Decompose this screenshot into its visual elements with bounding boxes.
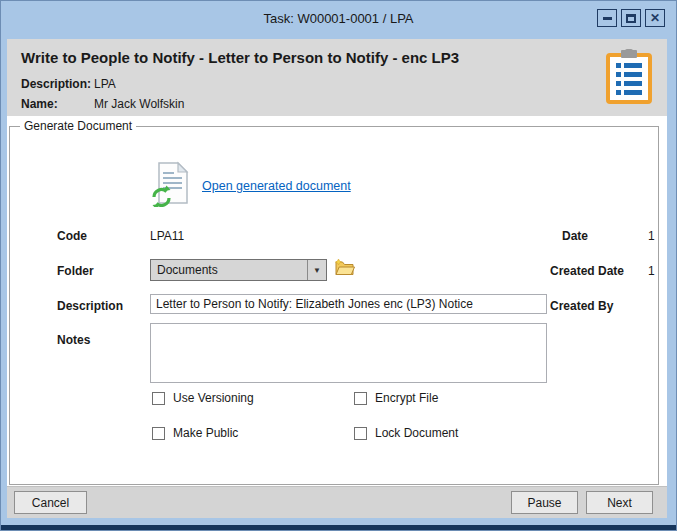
checkbox-icon [354,427,367,440]
lock-document-checkbox[interactable]: Lock Document [354,426,458,440]
maximize-button[interactable] [621,9,641,27]
main-area: Generate Document [7,116,667,486]
name-label: Name: [21,97,94,111]
date-value: 1 [648,229,655,243]
cancel-button[interactable]: Cancel [14,491,87,514]
folder-label: Folder [57,264,94,278]
groupbox-legend: Generate Document [20,119,136,133]
make-public-label: Make Public [173,426,238,440]
browse-folder-button[interactable] [333,259,355,279]
document-refresh-icon [150,161,190,211]
name-value: Mr Jack Wolfskin [94,97,184,111]
task-title: Write to People to Notify - Letter to Pe… [21,49,459,66]
task-dialog-window: Task: W00001-0001 / LPA ✕ Write to Peopl… [0,0,677,531]
make-public-checkbox[interactable]: Make Public [152,426,238,440]
task-header: Write to People to Notify - Letter to Pe… [7,39,667,116]
code-value: LPA11 [150,229,184,243]
window-bottom-edge [1,525,676,530]
close-icon: ✕ [650,12,660,24]
encrypt-file-label: Encrypt File [375,391,438,405]
date-label: Date [562,229,588,243]
code-label: Code [57,229,87,243]
dialog-footer: Cancel Pause Next [7,486,667,518]
lock-document-label: Lock Document [375,426,458,440]
open-generated-document-link[interactable]: Open generated document [202,179,351,193]
description-input[interactable] [150,294,547,314]
description-label: Description: [21,77,94,91]
task-description-row: Description:LPA [21,77,116,91]
created-date-value: 1 [648,264,655,278]
window-controls: ✕ [597,9,665,27]
checkbox-icon [152,392,165,405]
close-button[interactable]: ✕ [645,9,665,27]
notes-label: Notes [57,333,90,347]
maximize-icon [626,14,636,23]
checkbox-icon [354,392,367,405]
created-by-label: Created By [550,299,613,313]
created-date-label: Created Date [550,264,624,278]
notes-textarea[interactable] [150,323,547,383]
clipboard-list-icon [605,49,653,109]
folder-dropdown[interactable]: Documents ▼ [150,259,327,281]
dialog-content: Write to People to Notify - Letter to Pe… [7,39,667,518]
pause-button[interactable]: Pause [511,491,578,514]
open-generated-document-row: Open generated document [150,161,351,211]
use-versioning-label: Use Versioning [173,391,254,405]
encrypt-file-checkbox[interactable]: Encrypt File [354,391,438,405]
titlebar[interactable]: Task: W00001-0001 / LPA ✕ [1,1,676,39]
description-value: LPA [94,77,116,91]
description-field-label: Description [57,299,123,313]
generate-document-groupbox: Generate Document [9,119,659,485]
window-title: Task: W00001-0001 / LPA [1,11,676,26]
chevron-down-icon: ▼ [307,260,326,280]
folder-icon [334,258,355,280]
folder-dropdown-value: Documents [151,260,307,280]
use-versioning-checkbox[interactable]: Use Versioning [152,391,254,405]
minimize-button[interactable] [597,9,617,27]
minimize-icon [603,17,612,20]
next-button[interactable]: Next [586,491,653,514]
task-name-row: Name:Mr Jack Wolfskin [21,97,184,111]
checkbox-icon [152,427,165,440]
